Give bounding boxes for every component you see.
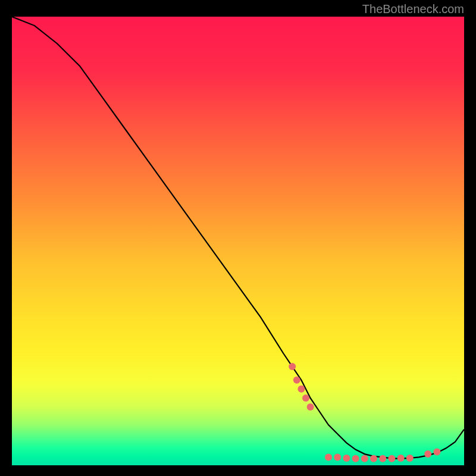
chart-marker [307, 403, 314, 411]
chart-marker [298, 386, 305, 393]
chart-plot-area [12, 17, 464, 465]
chart-marker [406, 455, 414, 462]
watermark-text: TheBottleneck.com [362, 2, 464, 16]
chart-marker [334, 453, 341, 461]
chart-marker [361, 455, 368, 462]
chart-curve [12, 17, 464, 459]
chart-marker [352, 455, 359, 462]
chart-marker [424, 450, 431, 458]
chart-marker [289, 363, 296, 370]
chart-marker [388, 455, 395, 462]
chart-marker [397, 455, 405, 462]
chart-marker [433, 448, 440, 455]
chart-svg [12, 17, 464, 465]
chart-marker [370, 455, 377, 462]
chart-marker [379, 455, 386, 462]
chart-marker [293, 377, 300, 384]
chart-markers [289, 363, 440, 462]
chart-marker [325, 453, 332, 461]
chart-marker [343, 455, 350, 462]
chart-marker [302, 394, 309, 402]
